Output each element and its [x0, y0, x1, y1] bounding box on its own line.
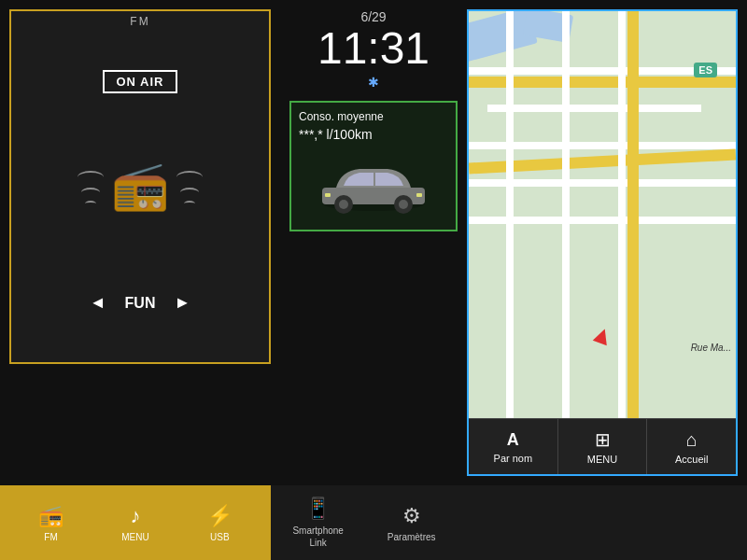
svg-rect-6	[416, 193, 422, 197]
menu-nav-icon: ⊞	[595, 428, 611, 451]
parametres-button[interactable]: ⚙ Paramètres	[388, 504, 436, 542]
radio-waves: 📻	[78, 163, 203, 213]
time-display: 11:31	[317, 26, 430, 71]
car-info-panel: Conso. moyenne ***,* l/100km	[289, 101, 458, 231]
menu-icon: ♪	[130, 504, 140, 528]
wave-left-icon	[78, 171, 104, 206]
station-name: FUN	[125, 295, 156, 312]
fm-label: FM	[44, 532, 57, 542]
bluetooth-icon: ✱	[368, 75, 379, 90]
smartphone-link-icon: 📱	[305, 497, 331, 521]
usb-button[interactable]: ⚡ USB	[207, 504, 233, 542]
radio-icon: 📻	[111, 159, 169, 213]
map-view: ES Rue Ma...	[469, 11, 736, 418]
fm-icon: 📻	[38, 504, 63, 528]
accueil-label: Accueil	[675, 454, 708, 465]
date-display: 6/29	[360, 9, 386, 24]
smartphone-link-button[interactable]: 📱 SmartphoneLink	[292, 497, 343, 549]
accueil-icon: ⌂	[686, 429, 698, 451]
par-nom-label: Par nom	[494, 453, 533, 464]
navigation-pointer	[593, 327, 613, 346]
car-image	[299, 147, 448, 222]
nav-buttons: A Par nom ⊞ MENU ⌂ Accueil	[469, 418, 736, 474]
par-nom-button[interactable]: A Par nom	[469, 419, 558, 474]
car-info-value: ***,* l/100km	[299, 127, 448, 142]
car-svg	[308, 152, 439, 217]
menu-button[interactable]: ♪ MENU	[121, 504, 148, 542]
smartphone-link-label: SmartphoneLink	[292, 525, 343, 549]
map-background: ES Rue Ma...	[469, 11, 736, 418]
next-station-button[interactable]: ►	[174, 293, 190, 313]
media-buttons: 📻 FM ♪ MENU ⚡ USB	[0, 485, 271, 560]
fm-button[interactable]: 📻 FM	[38, 504, 63, 542]
map-panel[interactable]: ES Rue Ma... A Par nom ⊞ MENU ⌂ Accueil	[467, 9, 738, 476]
radio-mode-label: FM	[130, 15, 149, 28]
radio-panel[interactable]: FM ON AIR 📻 ◄ FUN ►	[9, 9, 271, 364]
on-air-badge: ON AIR	[103, 70, 176, 93]
toolbar: 📻 FM ♪ MENU ⚡ USB 📱 SmartphoneLink ⚙ Par…	[0, 485, 747, 560]
exit-badge: ES	[694, 63, 717, 77]
main-screen: FM ON AIR 📻 ◄ FUN ► 6/29 11:31 ✱ Con	[0, 0, 747, 485]
wave-right-icon	[176, 171, 203, 206]
usb-label: USB	[210, 532, 230, 542]
svg-point-5	[399, 200, 408, 209]
middle-buttons: 📱 SmartphoneLink ⚙ Paramètres	[271, 485, 458, 560]
svg-rect-7	[325, 193, 331, 197]
car-info-label: Conso. moyenne	[299, 110, 448, 123]
prev-station-button[interactable]: ◄	[90, 293, 106, 313]
station-row: ◄ FUN ►	[90, 293, 191, 313]
street-label: Rue Ma...	[691, 343, 731, 353]
menu-nav-label: MENU	[587, 454, 617, 465]
menu-nav-button[interactable]: ⊞ MENU	[558, 419, 648, 474]
usb-icon: ⚡	[207, 504, 233, 528]
middle-panel: 6/29 11:31 ✱ Conso. moyenne ***,* l/100k…	[280, 0, 467, 485]
parametres-icon: ⚙	[402, 504, 421, 528]
menu-label: MENU	[121, 532, 148, 542]
par-nom-icon: A	[507, 430, 519, 450]
svg-point-3	[339, 200, 348, 209]
parametres-label: Paramètres	[388, 532, 436, 542]
accueil-button[interactable]: ⌂ Accueil	[647, 419, 736, 474]
